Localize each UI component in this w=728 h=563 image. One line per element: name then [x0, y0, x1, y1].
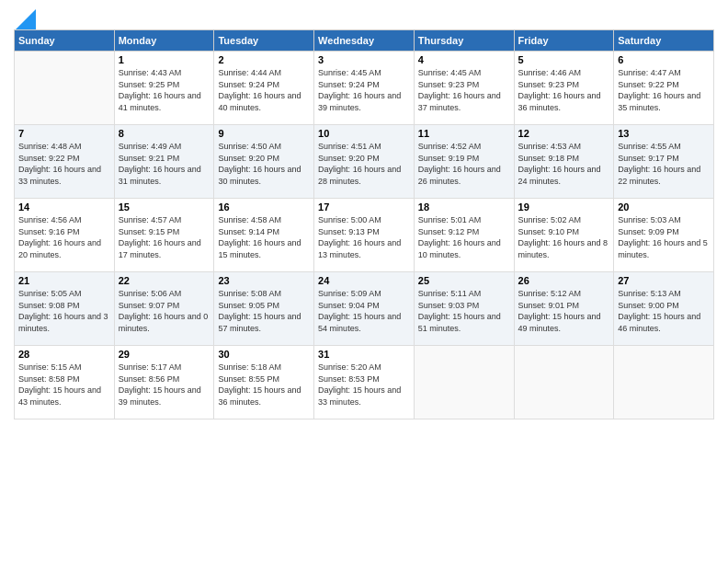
- day-cell: 31 Sunrise: 5:20 AM Sunset: 8:53 PM Dayl…: [314, 346, 415, 419]
- day-number: 11: [418, 128, 510, 139]
- header-day-thursday: Thursday: [414, 30, 514, 52]
- day-info: Sunrise: 5:15 AM Sunset: 8:58 PM Dayligh…: [18, 362, 110, 408]
- logo-icon: [16, 9, 36, 29]
- day-number: 5: [518, 54, 610, 65]
- daylight: Daylight: 16 hours and 24 minutes.: [518, 165, 601, 186]
- sunset: Sunset: 9:12 PM: [418, 227, 480, 236]
- sunrise: Sunrise: 4:46 AM: [518, 68, 582, 77]
- day-info: Sunrise: 4:57 AM Sunset: 9:15 PM Dayligh…: [119, 214, 210, 260]
- sunset: Sunset: 9:03 PM: [418, 301, 480, 310]
- day-cell: [514, 346, 614, 419]
- sunset: Sunset: 8:53 PM: [318, 374, 380, 384]
- day-cell: 1 Sunrise: 4:43 AM Sunset: 9:25 PM Dayli…: [114, 52, 214, 125]
- daylight: Daylight: 16 hours and 0 minutes.: [119, 312, 209, 333]
- day-info: Sunrise: 5:12 AM Sunset: 9:01 PM Dayligh…: [518, 288, 610, 334]
- sunrise: Sunrise: 5:00 AM: [318, 215, 381, 224]
- sunrise: Sunrise: 4:55 AM: [618, 142, 681, 151]
- daylight: Daylight: 16 hours and 3 minutes.: [18, 312, 108, 333]
- daylight: Daylight: 16 hours and 22 minutes.: [618, 165, 700, 186]
- sunrise: Sunrise: 4:49 AM: [119, 142, 182, 151]
- day-cell: [614, 346, 714, 419]
- day-cell: 11 Sunrise: 4:52 AM Sunset: 9:19 PM Dayl…: [414, 125, 514, 199]
- day-cell: 24 Sunrise: 5:09 AM Sunset: 9:04 PM Dayl…: [314, 272, 415, 346]
- daylight: Daylight: 16 hours and 35 minutes.: [618, 91, 700, 112]
- day-number: 21: [18, 275, 110, 286]
- daylight: Daylight: 15 hours and 39 minutes.: [119, 385, 201, 407]
- day-number: 13: [618, 128, 710, 139]
- day-info: Sunrise: 4:51 AM Sunset: 9:20 PM Dayligh…: [318, 141, 410, 187]
- day-info: Sunrise: 4:52 AM Sunset: 9:19 PM Dayligh…: [418, 141, 510, 187]
- day-cell: 6 Sunrise: 4:47 AM Sunset: 9:22 PM Dayli…: [614, 52, 714, 125]
- day-info: Sunrise: 5:11 AM Sunset: 9:03 PM Dayligh…: [418, 288, 510, 334]
- daylight: Daylight: 16 hours and 28 minutes.: [318, 165, 401, 186]
- sunrise: Sunrise: 5:02 AM: [518, 215, 582, 224]
- day-info: Sunrise: 5:17 AM Sunset: 8:56 PM Dayligh…: [119, 362, 210, 408]
- day-number: 8: [119, 128, 210, 139]
- daylight: Daylight: 16 hours and 13 minutes.: [318, 238, 401, 259]
- sunset: Sunset: 9:14 PM: [218, 227, 279, 236]
- sunrise: Sunrise: 5:13 AM: [618, 289, 681, 298]
- day-number: 20: [618, 201, 710, 213]
- day-info: Sunrise: 4:55 AM Sunset: 9:17 PM Dayligh…: [618, 141, 710, 187]
- day-number: 15: [119, 201, 210, 213]
- sunrise: Sunrise: 4:51 AM: [318, 142, 381, 151]
- sunrise: Sunrise: 4:45 AM: [418, 68, 482, 77]
- day-number: 24: [318, 275, 410, 286]
- day-number: 18: [418, 201, 510, 213]
- sunset: Sunset: 9:07 PM: [119, 301, 180, 310]
- sunset: Sunset: 9:15 PM: [119, 227, 180, 236]
- day-info: Sunrise: 4:43 AM Sunset: 9:25 PM Dayligh…: [119, 67, 210, 113]
- sunrise: Sunrise: 4:48 AM: [18, 142, 82, 151]
- sunrise: Sunrise: 5:06 AM: [119, 289, 182, 298]
- day-cell: 26 Sunrise: 5:12 AM Sunset: 9:01 PM Dayl…: [514, 272, 614, 346]
- header-day-monday: Monday: [114, 30, 214, 52]
- sunrise: Sunrise: 5:15 AM: [18, 362, 82, 372]
- day-cell: 9 Sunrise: 4:50 AM Sunset: 9:20 PM Dayli…: [214, 125, 314, 199]
- day-cell: 20 Sunrise: 5:03 AM Sunset: 9:09 PM Dayl…: [614, 199, 714, 272]
- daylight: Daylight: 15 hours and 51 minutes.: [418, 312, 501, 333]
- day-cell: [414, 346, 514, 419]
- sunrise: Sunrise: 4:53 AM: [518, 142, 582, 151]
- daylight: Daylight: 15 hours and 43 minutes.: [18, 385, 101, 407]
- sunset: Sunset: 9:20 PM: [218, 154, 279, 163]
- daylight: Daylight: 16 hours and 37 minutes.: [418, 91, 501, 112]
- day-number: 3: [318, 54, 410, 65]
- week-row-5: 28 Sunrise: 5:15 AM Sunset: 8:58 PM Dayl…: [15, 346, 714, 419]
- day-info: Sunrise: 4:44 AM Sunset: 9:24 PM Dayligh…: [218, 67, 310, 113]
- sunset: Sunset: 9:18 PM: [518, 154, 580, 163]
- day-info: Sunrise: 4:58 AM Sunset: 9:14 PM Dayligh…: [218, 214, 310, 260]
- day-number: 28: [18, 349, 110, 360]
- sunset: Sunset: 9:22 PM: [618, 80, 679, 89]
- sunrise: Sunrise: 4:58 AM: [218, 215, 281, 224]
- daylight: Daylight: 16 hours and 5 minutes.: [618, 238, 708, 259]
- sunset: Sunset: 9:23 PM: [518, 80, 580, 89]
- day-info: Sunrise: 5:03 AM Sunset: 9:09 PM Dayligh…: [618, 214, 710, 260]
- sunset: Sunset: 9:13 PM: [318, 227, 380, 236]
- day-info: Sunrise: 5:09 AM Sunset: 9:04 PM Dayligh…: [318, 288, 410, 334]
- day-number: 22: [119, 275, 210, 286]
- day-info: Sunrise: 5:05 AM Sunset: 9:08 PM Dayligh…: [18, 288, 110, 334]
- sunset: Sunset: 9:09 PM: [618, 227, 679, 236]
- header-row-days: SundayMondayTuesdayWednesdayThursdayFrid…: [15, 30, 714, 52]
- sunset: Sunset: 9:08 PM: [18, 301, 80, 310]
- week-row-1: 1 Sunrise: 4:43 AM Sunset: 9:25 PM Dayli…: [15, 52, 714, 125]
- day-info: Sunrise: 5:06 AM Sunset: 9:07 PM Dayligh…: [119, 288, 210, 334]
- sunset: Sunset: 8:58 PM: [18, 374, 80, 384]
- sunrise: Sunrise: 5:17 AM: [119, 362, 182, 372]
- day-cell: 16 Sunrise: 4:58 AM Sunset: 9:14 PM Dayl…: [214, 199, 314, 272]
- daylight: Daylight: 15 hours and 49 minutes.: [518, 312, 601, 333]
- sunset: Sunset: 8:55 PM: [218, 374, 279, 384]
- day-cell: 18 Sunrise: 5:01 AM Sunset: 9:12 PM Dayl…: [414, 199, 514, 272]
- sunrise: Sunrise: 4:43 AM: [119, 68, 182, 77]
- day-cell: 12 Sunrise: 4:53 AM Sunset: 9:18 PM Dayl…: [514, 125, 614, 199]
- day-number: 30: [218, 349, 310, 360]
- daylight: Daylight: 16 hours and 40 minutes.: [218, 91, 301, 112]
- day-number: 17: [318, 201, 410, 213]
- sunset: Sunset: 9:23 PM: [418, 80, 480, 89]
- day-info: Sunrise: 4:45 AM Sunset: 9:23 PM Dayligh…: [418, 67, 510, 113]
- day-cell: 23 Sunrise: 5:08 AM Sunset: 9:05 PM Dayl…: [214, 272, 314, 346]
- day-info: Sunrise: 5:01 AM Sunset: 9:12 PM Dayligh…: [418, 214, 510, 260]
- sunset: Sunset: 9:19 PM: [418, 154, 480, 163]
- day-number: 6: [618, 54, 710, 65]
- sunset: Sunset: 9:22 PM: [18, 154, 80, 163]
